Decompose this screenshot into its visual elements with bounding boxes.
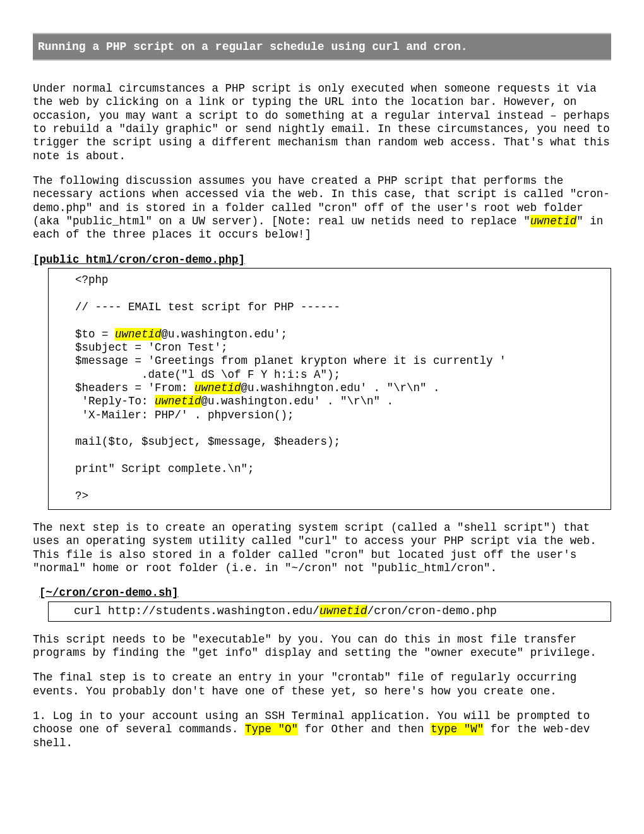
highlight-type-w: type "W" [431, 723, 484, 735]
highlight-uwnetid: uwnetid [319, 605, 367, 617]
code-title-sh: [~/cron/cron-demo.sh] [39, 586, 611, 600]
code-block-sh: curl http://students.washington.edu/uwne… [48, 601, 611, 622]
code-block-php: <?php // ---- EMAIL test script for PHP … [48, 268, 611, 510]
highlight-uwnetid: uwnetid [194, 382, 241, 394]
highlight-uwnetid: uwnetid [115, 328, 162, 341]
highlight-type-o: Type "O" [245, 723, 298, 735]
highlight-uwnetid: uwnetid [530, 215, 577, 227]
document-body: Under normal circumstances a PHP script … [33, 82, 611, 750]
paragraph-step1: 1. Log in to your account using an SSH T… [33, 710, 611, 750]
paragraph-executable: This script needs to be "executable" by … [33, 633, 611, 660]
paragraph-crontab: The final step is to create an entry in … [33, 671, 611, 698]
paragraph-intro: Under normal circumstances a PHP script … [33, 82, 611, 163]
paragraph-shell-script: The next step is to create an operating … [33, 521, 611, 575]
highlight-uwnetid: uwnetid [155, 395, 201, 408]
page-title: Running a PHP script on a regular schedu… [33, 33, 611, 61]
code-title-php: [public_html/cron/cron-demo.php] [33, 253, 611, 267]
paragraph-assumptions: The following discussion assumes you hav… [33, 174, 611, 242]
